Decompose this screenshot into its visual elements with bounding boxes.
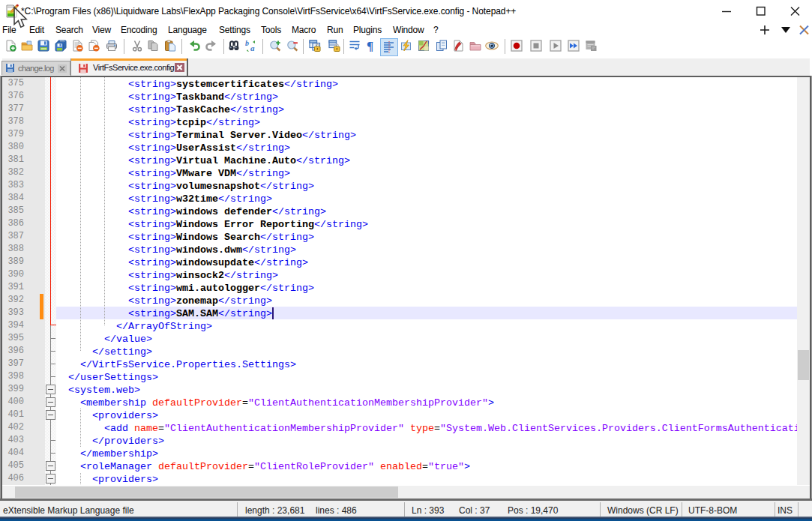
svg-text:¶: ¶	[367, 40, 373, 52]
svg-text:b: b	[245, 40, 249, 47]
svg-text:a: a	[250, 43, 255, 52]
